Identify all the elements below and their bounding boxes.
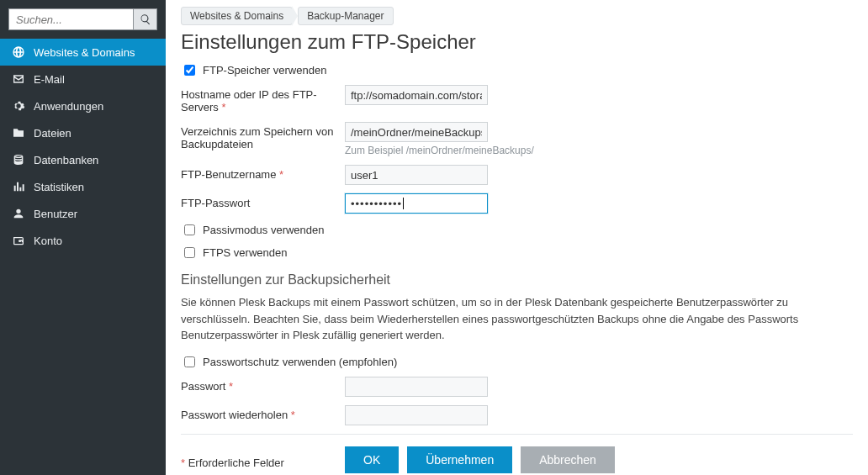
required-mark: * [229,380,233,393]
sidebar-item-anwendungen[interactable]: Anwendungen [0,92,166,119]
search-input[interactable] [8,8,134,30]
ok-button[interactable]: OK [345,446,399,473]
sec-pw2-row: Passwort wiederholen * [181,405,853,425]
breadcrumb: Websites & DomainsBackup-Manager [181,7,853,25]
passive-checkbox[interactable] [184,224,195,235]
db-icon [12,153,25,166]
sidebar-item-dateien[interactable]: Dateien [0,119,166,146]
mail-icon [12,72,25,86]
sec-pw2-label: Passwort wiederholen * [181,405,345,421]
search-box [8,8,157,30]
search-button[interactable] [134,8,157,30]
security-desc: Sie können Plesk Backups mit einem Passw… [181,294,837,344]
sec-pw-input[interactable] [345,377,488,397]
required-mark: * [291,409,295,421]
use-ftp-checkbox[interactable] [184,65,195,76]
sidebar-item-label: Datenbanken [34,154,98,166]
divider [181,434,853,435]
host-row: Hostname oder IP des FTP-Servers * [181,85,853,113]
sec-pw-label: Passwort * [181,377,345,393]
globe-icon [12,45,25,59]
sidebar-item-label: Websites & Domains [34,46,135,59]
pw-label: FTP-Passwort [181,193,345,209]
sidebar-item-statistiken[interactable]: Statistiken [0,173,166,200]
sidebar-item-label: Statistiken [34,181,84,193]
required-mark: * [221,101,225,113]
pw-input[interactable]: ••••••••••• [345,193,488,214]
sidebar-item-label: Dateien [34,127,71,140]
sec-pw-row: Passwort * [181,377,853,397]
pw-mask: ••••••••••• [351,198,402,210]
sidebar: Websites & DomainsE-MailAnwendungenDatei… [0,0,166,475]
sidebar-item-benutzer[interactable]: Benutzer [0,200,166,227]
use-ftp-row: FTP-Speicher verwenden [181,62,853,78]
dir-label: Verzeichnis zum Speichern von Backupdate… [181,122,345,150]
passive-row: Passivmodus verwenden [181,222,853,238]
sidebar-item-e-mail[interactable]: E-Mail [0,66,166,92]
required-note: * Erforderliche Felder [181,450,345,469]
page-title: Einstellungen zum FTP-Speicher [181,30,853,54]
use-pw-row: Passwortschutz verwenden (empfohlen) [181,354,853,370]
pw-row: FTP-Passwort ••••••••••• [181,193,853,214]
dir-input[interactable] [345,122,488,142]
button-group: OK Übernehmen Abbrechen [345,446,615,473]
use-ftp-label[interactable]: FTP-Speicher verwenden [203,64,326,77]
ftps-checkbox[interactable] [184,247,195,258]
user-label: FTP-Benutzername * [181,165,345,181]
breadcrumb-item[interactable]: Websites & Domains [181,7,293,25]
user-row: FTP-Benutzername * [181,165,853,185]
sidebar-item-konto[interactable]: Konto [0,227,166,254]
sidebar-item-label: Konto [34,235,62,247]
folder-icon [12,126,25,140]
sidebar-item-label: Anwendungen [34,100,103,113]
sidebar-item-datenbanken[interactable]: Datenbanken [0,146,166,173]
main-content: Websites & DomainsBackup-Manager Einstel… [166,0,868,475]
host-input[interactable] [345,85,488,105]
nav-list: Websites & DomainsE-MailAnwendungenDatei… [0,39,166,254]
action-row: * Erforderliche Felder OK Übernehmen Abb… [181,446,853,473]
host-label: Hostname oder IP des FTP-Servers * [181,85,345,113]
ftps-row: FTPS verwenden [181,245,853,261]
user-input[interactable] [345,165,488,185]
use-pw-label[interactable]: Passwortschutz verwenden (empfohlen) [203,356,397,368]
stats-icon [12,180,25,193]
search-wrap [0,0,166,39]
required-mark: * [279,168,283,181]
gear-icon [12,99,25,113]
breadcrumb-item[interactable]: Backup-Manager [298,7,393,25]
sidebar-item-label: Benutzer [34,208,77,220]
user-icon [12,207,25,220]
apply-button[interactable]: Übernehmen [407,446,512,473]
text-cursor [403,198,404,209]
passive-label[interactable]: Passivmodus verwenden [203,224,325,236]
sidebar-item-label: E-Mail [34,73,65,86]
search-icon [140,13,151,25]
sidebar-item-websites-domains[interactable]: Websites & Domains [0,39,166,66]
dir-helper-text: Zum Beispiel /meinOrdner/meineBackups/ [345,145,853,156]
use-pw-checkbox[interactable] [184,356,195,367]
dir-row: Verzeichnis zum Speichern von Backupdate… [181,122,853,156]
ftps-label[interactable]: FTPS verwenden [203,246,287,259]
cancel-button[interactable]: Abbrechen [521,446,615,473]
security-heading: Einstellungen zur Backupsicherheit [181,272,853,288]
sec-pw2-input[interactable] [345,405,488,425]
wallet-icon [12,234,25,247]
